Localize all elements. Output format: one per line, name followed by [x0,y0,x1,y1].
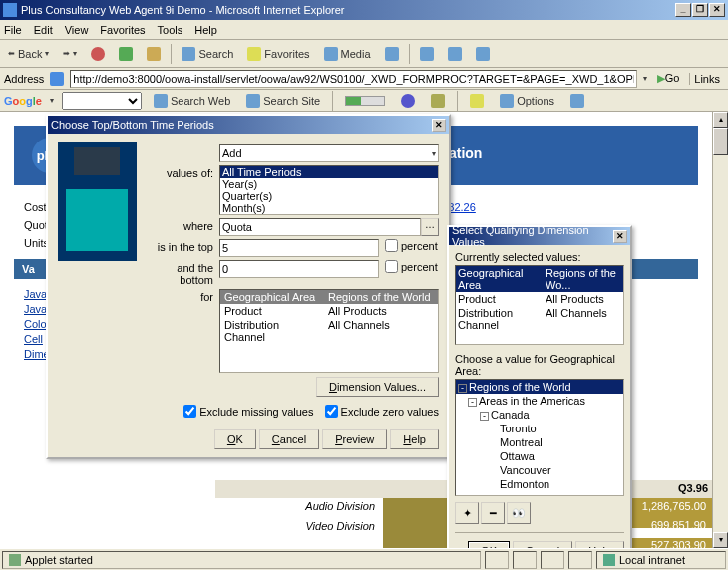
scroll-down-button[interactable]: ▾ [713,532,728,548]
menu-favorites[interactable]: Favorites [100,24,145,36]
where-label: where [145,218,219,232]
action-dropdown[interactable]: Add▾ [219,144,439,162]
mail-button[interactable] [416,45,438,63]
go-button[interactable]: ▶Go [653,72,684,85]
help-button[interactable]: Help [390,429,439,449]
collapse-icon[interactable]: - [468,398,477,407]
list-item[interactable]: Month(s) [220,202,438,214]
cell[interactable]: Product [456,292,544,306]
edit-icon [476,47,490,61]
bottom-percent-checkbox[interactable]: percent [385,260,438,273]
tree-item[interactable]: Toronto [456,422,623,435]
search-icon [154,94,168,108]
cell[interactable]: All Channels [324,318,438,344]
find-button[interactable]: 👀 [507,502,531,524]
maximize-button[interactable]: ❐ [692,3,708,17]
time-periods-listbox[interactable]: All Time Periods Year(s) Quarter(s) Mont… [219,165,439,215]
pagerank-button[interactable] [341,94,389,108]
google-logo: Google [4,95,42,107]
search-button[interactable]: Search [178,45,237,63]
up-button[interactable] [427,92,449,110]
ok-button[interactable]: OK [214,429,256,449]
bottom-value-input[interactable] [219,260,379,278]
top-value-input[interactable] [219,239,379,257]
favorites-button[interactable]: Favorites [243,45,313,63]
search-web-button[interactable]: Search Web [150,92,234,110]
menu-edit[interactable]: Edit [34,24,53,36]
media-button[interactable]: Media [320,45,375,63]
search-icon [182,47,195,61]
dimension-values-button[interactable]: DDimension Values...imension Values... [316,377,439,397]
search-site-button[interactable]: Search Site [242,92,324,110]
cell[interactable]: Product [220,304,324,318]
status-text: Applet started [25,554,93,566]
where-input[interactable] [219,218,421,236]
scroll-up-button[interactable]: ▴ [713,112,728,128]
chevron-down-icon[interactable]: ▾ [50,96,54,105]
window-title: Plus Consultancy Web Agent 9i Demo - Mic… [21,4,675,16]
cancel-button[interactable]: Cancel [259,429,319,449]
dimensions-table[interactable]: Geographical Area Regions of the World P… [219,289,439,373]
highlight-button[interactable] [466,92,488,110]
google-search-input[interactable] [62,92,142,110]
menu-view[interactable]: View [65,24,89,36]
cell[interactable]: Distribution Channel [456,306,544,332]
refresh-button[interactable] [115,45,137,63]
edit-button[interactable] [472,45,494,63]
value-tree[interactable]: -Regions of the World -Areas in the Amer… [455,379,624,496]
scroll-thumb[interactable] [713,128,728,155]
chevron-down-icon: ▾ [432,149,436,158]
collapse-icon[interactable]: - [480,412,489,421]
tree-item[interactable]: -Canada [456,408,623,422]
select-dimension-values-dialog: Select Qualifying Dimension Values ✕ Cur… [447,225,632,569]
menu-file[interactable]: File [4,24,22,36]
vertical-scrollbar[interactable]: ▴ ▾ [712,112,728,548]
preview-button[interactable]: Preview [322,429,387,449]
info-button[interactable] [397,92,419,110]
exclude-zero-checkbox[interactable]: Exclude zero values [325,405,439,418]
links-button[interactable]: Links [689,73,724,85]
history-button[interactable] [381,45,403,63]
print-button[interactable] [444,45,466,63]
back-button[interactable]: ⬅Back▾ [4,46,53,62]
tree-item[interactable]: Montreal [456,435,623,449]
home-button[interactable] [143,45,165,63]
zone-icon [603,554,615,566]
menu-help[interactable]: Help [194,24,217,36]
dialog-close-button[interactable]: ✕ [613,230,627,243]
list-item[interactable]: Quarter(s) [220,190,438,202]
forward-button[interactable]: ➡▾ [59,47,81,60]
close-button[interactable]: ✕ [709,3,725,17]
collapse-button[interactable]: ━ [481,502,505,524]
extra-button[interactable] [566,92,588,110]
tree-item-selected[interactable]: -Regions of the World [456,380,623,394]
tree-item[interactable]: Vancouver [456,463,623,477]
print-icon [448,47,462,61]
refresh-icon [119,47,133,61]
where-picker-button[interactable]: … [421,218,439,236]
exclude-missing-checkbox[interactable]: Exclude missing values [183,405,313,418]
list-item[interactable]: Year(s) [220,178,438,190]
cell[interactable]: All Channels [544,306,623,332]
choose-top-bottom-dialog: Choose Top/Bottom Time Periods ✕ Add▾ va… [46,114,451,459]
chevron-down-icon[interactable]: ▾ [643,74,647,83]
for-label: for [145,289,219,303]
cell[interactable]: All Products [324,304,438,318]
menu-tools[interactable]: Tools [158,24,183,36]
options-button[interactable]: Options [496,92,558,110]
top-percent-checkbox[interactable]: percent [385,239,438,252]
address-input[interactable] [70,70,636,88]
tree-item[interactable]: Ottawa [456,449,623,463]
collapse-icon[interactable]: - [458,384,467,393]
list-item[interactable]: All Time Periods [220,166,438,178]
zone-text: Local intranet [619,554,685,566]
current-values-table[interactable]: Geographical Area Regions of the Wo... P… [455,265,624,345]
stop-button[interactable] [87,45,109,63]
minimize-button[interactable]: _ [675,3,691,17]
expand-button[interactable]: ✦ [455,502,479,524]
cell[interactable]: Distribution Channel [220,318,324,344]
cell[interactable]: All Products [544,292,623,306]
dialog-close-button[interactable]: ✕ [432,119,446,132]
tree-item[interactable]: -Areas in the Americas [456,394,623,408]
tree-item[interactable]: Edmonton [456,477,623,491]
